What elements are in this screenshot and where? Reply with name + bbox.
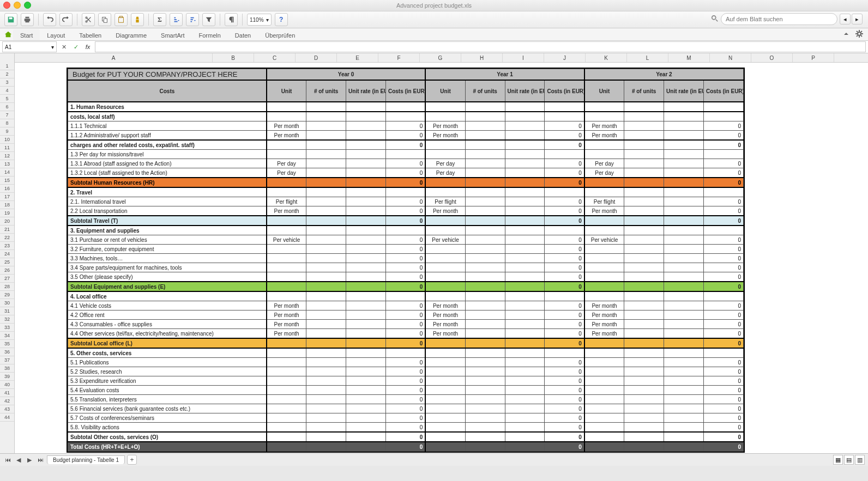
cell[interactable]: 0 xyxy=(703,121,743,131)
cell[interactable]: 0 xyxy=(703,442,743,452)
cell[interactable]: 0 xyxy=(703,178,743,187)
cell[interactable] xyxy=(267,413,306,423)
cell[interactable] xyxy=(346,197,386,206)
cell[interactable] xyxy=(584,187,624,197)
cell[interactable] xyxy=(267,338,306,348)
cell[interactable] xyxy=(465,235,505,245)
cell[interactable]: 2.2 Local transportation xyxy=(68,206,267,216)
cell[interactable] xyxy=(465,404,505,413)
undo-button[interactable] xyxy=(43,13,56,26)
cell[interactable]: 0 xyxy=(385,423,425,433)
row-header[interactable]: 26 xyxy=(0,266,14,275)
ribbon-settings-icon[interactable] xyxy=(855,29,864,38)
cell[interactable] xyxy=(425,358,465,367)
cell[interactable]: 0 xyxy=(385,168,425,178)
show-hide-button[interactable] xyxy=(225,13,238,26)
cell[interactable]: 0 xyxy=(545,159,584,168)
cell[interactable] xyxy=(664,168,704,178)
cell[interactable] xyxy=(703,102,743,112)
cell[interactable]: Per day xyxy=(584,159,624,168)
cell[interactable] xyxy=(465,131,505,141)
spreadsheet-grid[interactable]: A B C D E F G H I J K L M N O P 12345678… xyxy=(0,53,868,453)
cell[interactable]: 0 xyxy=(703,168,743,178)
cell[interactable]: 0 xyxy=(703,395,743,404)
cell[interactable]: Subtotal Other costs, services (O) xyxy=(68,432,267,442)
cell[interactable] xyxy=(425,102,465,112)
cell[interactable] xyxy=(346,395,386,404)
cell[interactable]: 0 xyxy=(703,245,743,254)
cell[interactable]: Subtotal Equipment and supplies (E) xyxy=(68,282,267,291)
cell[interactable]: Per month xyxy=(267,121,306,131)
cell[interactable]: 0 xyxy=(385,358,425,367)
cell[interactable] xyxy=(346,358,386,367)
cell[interactable] xyxy=(664,112,704,121)
cell[interactable] xyxy=(664,423,704,433)
cell[interactable]: Subtotal Human Resources (HR) xyxy=(68,178,267,187)
cut-button[interactable] xyxy=(82,13,95,26)
cell[interactable]: 5.8. Visibility actions xyxy=(68,423,267,433)
cell[interactable]: 0 xyxy=(385,413,425,423)
cell[interactable] xyxy=(306,442,346,452)
cell[interactable] xyxy=(346,159,386,168)
cell[interactable]: 3.1 Purchase or rent of vehicles xyxy=(68,235,267,245)
cell[interactable] xyxy=(346,272,386,282)
cell[interactable] xyxy=(306,376,346,386)
cell[interactable] xyxy=(505,386,545,395)
cell[interactable] xyxy=(425,432,465,442)
cell[interactable] xyxy=(267,404,306,413)
cell[interactable]: Total Costs (HR+T+E+L+O) xyxy=(68,442,267,452)
cell[interactable] xyxy=(306,216,346,226)
cell[interactable]: 0 xyxy=(703,206,743,216)
cell[interactable]: 0 xyxy=(545,442,584,452)
cell[interactable] xyxy=(624,206,664,216)
cell[interactable] xyxy=(267,348,306,358)
cell[interactable] xyxy=(425,348,465,358)
cell[interactable] xyxy=(346,367,386,376)
cell[interactable] xyxy=(465,187,505,197)
cell[interactable] xyxy=(465,102,505,112)
cell[interactable]: 5.7 Costs of conferences/seminars xyxy=(68,413,267,423)
cell[interactable] xyxy=(306,329,346,339)
cell[interactable] xyxy=(306,282,346,291)
format-painter-button[interactable] xyxy=(131,13,144,26)
cell[interactable]: 0 xyxy=(703,423,743,433)
cell[interactable] xyxy=(306,301,346,310)
cell[interactable] xyxy=(465,112,505,121)
cell[interactable] xyxy=(664,102,704,112)
cell[interactable]: 3.5 Other (please specify) xyxy=(68,272,267,282)
cell[interactable] xyxy=(425,263,465,272)
cell[interactable]: 3. Equipment and supplies xyxy=(68,226,267,235)
cell[interactable] xyxy=(624,254,664,263)
paste-button[interactable] xyxy=(114,13,128,26)
cell[interactable] xyxy=(584,263,624,272)
row-header[interactable]: 28 xyxy=(0,283,14,291)
cell[interactable]: Per month xyxy=(584,310,624,320)
col-header-F[interactable]: F xyxy=(378,53,420,62)
cell[interactable]: 0 xyxy=(703,413,743,423)
cell[interactable]: Per month xyxy=(584,121,624,131)
cell[interactable]: 0 xyxy=(385,376,425,386)
cell[interactable]: 0 xyxy=(545,245,584,254)
row-header[interactable]: 5 xyxy=(0,95,14,103)
cell[interactable]: 0 xyxy=(545,197,584,206)
cell[interactable] xyxy=(465,301,505,310)
cell[interactable]: 0 xyxy=(703,140,743,150)
cell[interactable] xyxy=(584,404,624,413)
cell[interactable] xyxy=(505,150,545,159)
cell[interactable] xyxy=(465,178,505,187)
cell[interactable]: Per month xyxy=(425,131,465,141)
cell[interactable] xyxy=(584,386,624,395)
cell[interactable] xyxy=(624,423,664,433)
cell[interactable]: 0 xyxy=(545,121,584,131)
cell[interactable] xyxy=(505,102,545,112)
cell[interactable] xyxy=(306,432,346,442)
row-header[interactable]: 8 xyxy=(0,119,14,127)
row-header[interactable]: 35 xyxy=(0,340,14,348)
cell[interactable] xyxy=(425,367,465,376)
row-header[interactable]: 2 xyxy=(0,70,14,78)
cell[interactable]: 0 xyxy=(545,178,584,187)
search-input[interactable] xyxy=(725,15,834,23)
cell[interactable]: Per month xyxy=(267,320,306,329)
cancel-formula-icon[interactable]: ✕ xyxy=(59,42,69,52)
cell[interactable] xyxy=(584,112,624,121)
